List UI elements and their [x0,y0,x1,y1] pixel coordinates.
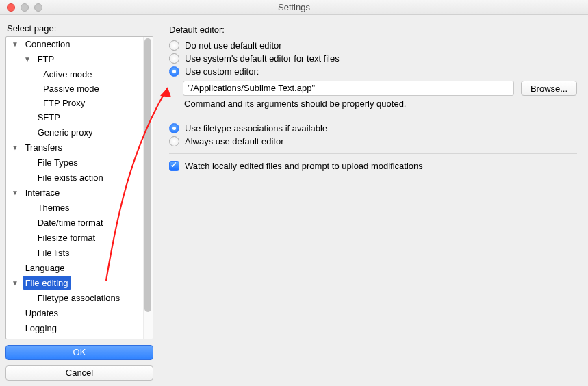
radio-label: Do not use default editor [185,40,282,51]
tree-item-filesize[interactable]: Filesize format [6,231,153,246]
tree-item-interface[interactable]: ▼ Interface [6,185,153,201]
custom-editor-input[interactable]: "/Applications/Sublime Text.app" [183,81,514,96]
cancel-button[interactable]: Cancel [5,365,153,381]
spacer-icon [24,155,31,170]
browse-button[interactable]: Browse... [521,81,577,96]
tree-item-file-types[interactable]: File Types [6,155,153,170]
tree-item-passive-mode[interactable]: Passive mode [6,81,153,96]
separator [169,116,577,116]
radio-label: Use filetype associations if available [185,123,327,133]
tree-item-file-lists[interactable]: File lists [6,246,153,261]
scrollbar-track[interactable] [143,37,153,339]
spacer-icon [24,170,31,185]
tree-item-ftp-proxy[interactable]: FTP Proxy [6,96,153,110]
spacer-icon [24,246,31,260]
checkbox-icon[interactable] [169,161,179,171]
select-page-label: Select page: [7,23,153,34]
radio-row-assoc[interactable]: Use filetype associations if available [169,123,577,133]
radio-row-none[interactable]: Do not use default editor [169,40,577,51]
quoted-help-text: Command and its arguments should be prop… [184,99,577,109]
chevron-down-icon[interactable]: ▼ [12,185,18,200]
spacer-icon [12,336,18,339]
ok-button[interactable]: OK [5,345,153,360]
tree-item-file-editing[interactable]: ▼ File editing [6,276,153,291]
radio-row-system[interactable]: Use system's default editor for text fil… [169,53,577,64]
checkbox-label: Watch locally edited files and prompt to… [185,161,423,171]
radio-label: Use system's default editor for text fil… [185,53,340,64]
tree-item-logging[interactable]: Logging [6,321,153,336]
main-panel: Default editor: Do not use default edito… [159,15,588,386]
radio-icon[interactable] [169,123,179,133]
radio-label: Use custom editor: [185,66,259,77]
tree-item-transfers[interactable]: ▼ Transfers [6,140,153,155]
sidebar: Select page: ▼ Connection ▼ FTP Active m… [0,15,159,386]
tree-item-datetime[interactable]: Date/time format [6,216,153,231]
spacer-icon [12,321,18,335]
window-title: Settings [0,2,588,12]
radio-icon[interactable] [169,66,179,77]
spacer-icon [24,110,31,125]
content: Select page: ▼ Connection ▼ FTP Active m… [0,15,588,386]
separator [169,153,577,154]
tree-item-ftp[interactable]: ▼ FTP [6,52,153,67]
chevron-down-icon[interactable]: ▼ [24,52,31,66]
spacer-icon [24,201,31,215]
dialog-buttons: OK Cancel [5,345,153,381]
radio-row-custom[interactable]: Use custom editor: [169,66,577,77]
chevron-down-icon[interactable]: ▼ [12,37,18,51]
scrollbar-thumb[interactable] [144,38,151,312]
custom-editor-row: "/Applications/Sublime Text.app" Browse.… [183,81,577,96]
chevron-down-icon[interactable]: ▼ [12,140,18,155]
default-editor-label: Default editor: [169,25,577,35]
tree-item-language[interactable]: Language [6,261,153,276]
spacer-icon [24,231,31,245]
spacer-icon [12,261,18,275]
spacer-icon [24,125,31,140]
radio-icon[interactable] [169,136,179,146]
spacer-icon [24,216,31,230]
tree-item-file-exists[interactable]: File exists action [6,170,153,185]
tree-container: ▼ Connection ▼ FTP Active mode Passive m… [5,36,153,339]
spacer-icon [24,291,31,305]
tree-item-generic-proxy[interactable]: Generic proxy [6,125,153,140]
radio-icon[interactable] [169,40,179,51]
chevron-down-icon[interactable]: ▼ [12,276,18,290]
spacer-icon [12,306,18,320]
radio-label: Always use default editor [185,136,284,146]
tree-item-themes[interactable]: Themes [6,201,153,216]
radio-icon[interactable] [169,53,179,64]
watch-files-row[interactable]: Watch locally edited files and prompt to… [169,161,577,171]
tree-item-active-mode[interactable]: Active mode [6,67,153,81]
tree-item-updates[interactable]: Updates [6,306,153,321]
tree-item-sftp[interactable]: SFTP [6,110,153,125]
radio-row-always[interactable]: Always use default editor [169,136,577,146]
tree-item-connection[interactable]: ▼ Connection [6,37,153,52]
settings-tree: ▼ Connection ▼ FTP Active mode Passive m… [6,37,153,339]
tree-item-filetype-assoc[interactable]: Filetype associations [6,291,153,306]
tree-item-debug[interactable]: Debug [6,336,153,339]
titlebar: Settings [0,0,588,15]
